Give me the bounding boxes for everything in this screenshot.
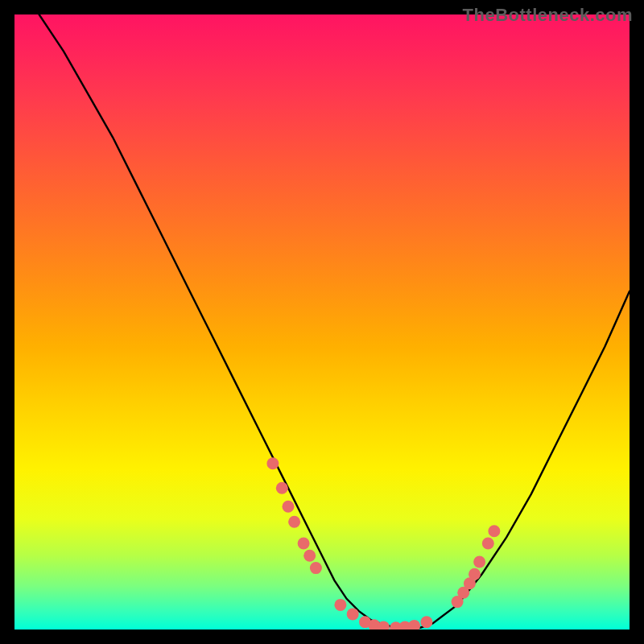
highlight-point xyxy=(469,568,481,580)
highlight-point xyxy=(276,482,288,494)
highlight-point xyxy=(473,556,485,568)
highlight-point xyxy=(347,608,359,620)
highlight-point xyxy=(488,525,500,537)
highlight-point xyxy=(482,538,494,550)
highlight-point xyxy=(298,538,310,550)
chart-container xyxy=(14,14,630,630)
bottleneck-curve xyxy=(39,14,630,629)
highlight-point xyxy=(408,620,420,630)
highlight-point xyxy=(266,457,279,469)
highlight-point xyxy=(420,616,432,628)
chart-svg xyxy=(14,14,630,630)
highlight-point xyxy=(283,501,295,513)
highlight-point xyxy=(303,550,316,562)
watermark-text: TheBottleneck.com xyxy=(463,5,633,26)
highlight-point xyxy=(310,562,322,574)
highlighted-points xyxy=(266,457,500,630)
highlight-point xyxy=(334,599,346,611)
highlight-point xyxy=(288,516,300,528)
